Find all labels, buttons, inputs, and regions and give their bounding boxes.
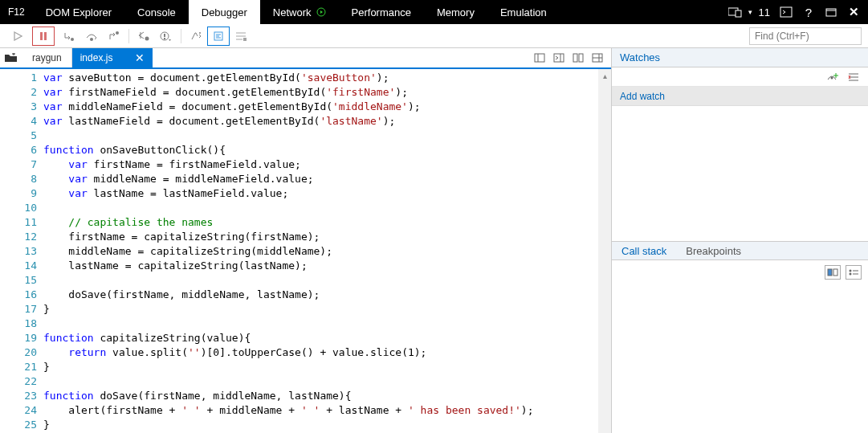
code-line[interactable]: var firstNameField = document.getElement… bbox=[43, 85, 611, 100]
close-tab-icon[interactable]: ✕ bbox=[135, 51, 145, 64]
line-number[interactable]: 25 bbox=[0, 418, 43, 432]
file-tab-index-js[interactable]: index.js ✕ bbox=[72, 48, 153, 67]
code-line[interactable]: var firstName = firstNameField.value; bbox=[43, 157, 611, 172]
code-line[interactable] bbox=[43, 374, 611, 389]
line-number[interactable]: 15 bbox=[0, 273, 43, 288]
scroll-up-icon[interactable]: ▴ bbox=[598, 69, 611, 82]
code-line[interactable]: middleName = capitalizeString(middleName… bbox=[43, 244, 611, 259]
line-number[interactable]: 7 bbox=[0, 157, 43, 172]
error-count: 11 bbox=[756, 6, 773, 18]
svg-rect-7 bbox=[44, 32, 47, 40]
code-line[interactable]: } bbox=[43, 302, 611, 317]
svg-point-44 bbox=[850, 273, 852, 276]
close-icon[interactable]: ✕ bbox=[844, 2, 863, 22]
toggle-pane-2-icon[interactable] bbox=[550, 49, 568, 67]
breadcrumb[interactable]: raygun bbox=[22, 48, 72, 67]
line-number[interactable]: 13 bbox=[0, 244, 43, 259]
devices-icon[interactable] bbox=[726, 2, 745, 22]
toggle-pane-1-icon[interactable] bbox=[531, 49, 548, 67]
tab-console[interactable]: Console bbox=[124, 0, 189, 24]
code-line[interactable] bbox=[43, 129, 611, 143]
find-input[interactable] bbox=[749, 27, 862, 45]
line-number[interactable]: 24 bbox=[0, 403, 43, 418]
line-number[interactable]: 17 bbox=[0, 302, 43, 317]
callstack-frames-icon[interactable] bbox=[825, 265, 841, 280]
pretty-print-button[interactable] bbox=[207, 27, 230, 46]
delete-all-watches-icon[interactable] bbox=[846, 69, 862, 85]
open-document-icon[interactable] bbox=[0, 48, 22, 67]
line-number[interactable]: 20 bbox=[0, 345, 43, 360]
line-number-gutter[interactable]: 1234567891011121314151617181920212223242… bbox=[0, 69, 43, 433]
add-watch-icon[interactable] bbox=[825, 69, 841, 85]
code-line[interactable] bbox=[43, 201, 611, 215]
line-number[interactable]: 6 bbox=[0, 143, 43, 157]
tab-memory[interactable]: Memory bbox=[424, 0, 487, 24]
vertical-scrollbar[interactable]: ▴ bbox=[598, 69, 611, 433]
line-number[interactable]: 1 bbox=[0, 71, 43, 85]
exception-behavior-button[interactable] bbox=[155, 27, 177, 46]
tab-breakpoints[interactable]: Breakpoints bbox=[676, 242, 751, 259]
code-line[interactable]: var lastNameField = document.getElementB… bbox=[43, 114, 611, 129]
line-number[interactable]: 11 bbox=[0, 215, 43, 230]
code-line[interactable] bbox=[43, 317, 611, 331]
toggle-pane-4-icon[interactable] bbox=[589, 49, 606, 67]
code-line[interactable]: function capitalizeString(value){ bbox=[43, 331, 611, 345]
code-line[interactable]: var saveButton = document.getElementById… bbox=[43, 71, 611, 85]
svg-rect-13 bbox=[164, 34, 165, 37]
code-line[interactable]: var middleNameField = document.getElemen… bbox=[43, 100, 611, 114]
code-line[interactable] bbox=[43, 273, 611, 288]
continue-button[interactable] bbox=[6, 27, 29, 46]
console-toggle-icon[interactable] bbox=[776, 2, 796, 22]
code-line[interactable]: lastName = capitalizeString(lastName); bbox=[43, 259, 611, 273]
help-icon[interactable]: ? bbox=[799, 2, 818, 22]
add-watch-button[interactable]: Add watch bbox=[612, 87, 868, 106]
step-into-button[interactable] bbox=[58, 27, 80, 46]
line-number[interactable]: 4 bbox=[0, 114, 43, 129]
callstack-async-icon[interactable] bbox=[846, 265, 862, 280]
line-number[interactable]: 21 bbox=[0, 360, 43, 374]
line-number[interactable]: 23 bbox=[0, 389, 43, 403]
line-number[interactable]: 5 bbox=[0, 129, 43, 143]
pause-button[interactable] bbox=[32, 27, 55, 46]
code-line[interactable]: return value.split('')[0].toUpperCase() … bbox=[43, 345, 611, 360]
tab-network[interactable]: Network bbox=[260, 0, 339, 24]
code-line[interactable]: // capitalise the names bbox=[43, 215, 611, 230]
watches-panel-header[interactable]: Watches bbox=[612, 48, 868, 67]
tab-call-stack[interactable]: Call stack bbox=[612, 242, 676, 259]
break-new-worker-button[interactable] bbox=[132, 27, 155, 46]
code-line[interactable]: function doSave(firstName, middleName, l… bbox=[43, 389, 611, 403]
code-line[interactable]: alert(firstName + ' ' + middleName + ' '… bbox=[43, 403, 611, 418]
svg-rect-23 bbox=[243, 38, 247, 41]
line-number[interactable]: 12 bbox=[0, 230, 43, 244]
svg-rect-4 bbox=[826, 9, 836, 16]
code-line[interactable]: firstName = capitalizeString(firstName); bbox=[43, 230, 611, 244]
tab-emulation[interactable]: Emulation bbox=[487, 0, 560, 24]
line-number[interactable]: 9 bbox=[0, 186, 43, 201]
line-number[interactable]: 2 bbox=[0, 85, 43, 100]
unpin-icon[interactable] bbox=[821, 2, 841, 22]
code-line[interactable]: } bbox=[43, 418, 611, 432]
code-line[interactable]: } bbox=[43, 360, 611, 374]
code-line[interactable]: doSave(firstName, middleName, lastName); bbox=[43, 288, 611, 302]
line-number[interactable]: 18 bbox=[0, 317, 43, 331]
line-number[interactable]: 10 bbox=[0, 201, 43, 215]
tab-debugger[interactable]: Debugger bbox=[189, 0, 260, 24]
line-number[interactable]: 19 bbox=[0, 331, 43, 345]
tab-performance[interactable]: Performance bbox=[339, 0, 424, 24]
word-wrap-button[interactable] bbox=[230, 27, 252, 46]
chevron-down-icon[interactable]: ▾ bbox=[748, 8, 752, 16]
code-editor[interactable]: var saveButton = document.getElementById… bbox=[43, 69, 611, 433]
line-number[interactable]: 8 bbox=[0, 172, 43, 186]
code-line[interactable]: var lastName = lastNameField.value; bbox=[43, 186, 611, 201]
step-over-button[interactable] bbox=[80, 27, 103, 46]
step-out-button[interactable] bbox=[103, 27, 125, 46]
line-number[interactable]: 14 bbox=[0, 259, 43, 273]
line-number[interactable]: 3 bbox=[0, 100, 43, 114]
code-line[interactable]: var middleName = middleNameField.value; bbox=[43, 172, 611, 186]
line-number[interactable]: 22 bbox=[0, 374, 43, 389]
line-number[interactable]: 16 bbox=[0, 288, 43, 302]
toggle-pane-3-icon[interactable] bbox=[569, 49, 587, 67]
just-my-code-button[interactable] bbox=[185, 27, 207, 46]
code-line[interactable]: function onSaveButtonClick(){ bbox=[43, 143, 611, 157]
tab-dom-explorer[interactable]: DOM Explorer bbox=[33, 0, 124, 24]
